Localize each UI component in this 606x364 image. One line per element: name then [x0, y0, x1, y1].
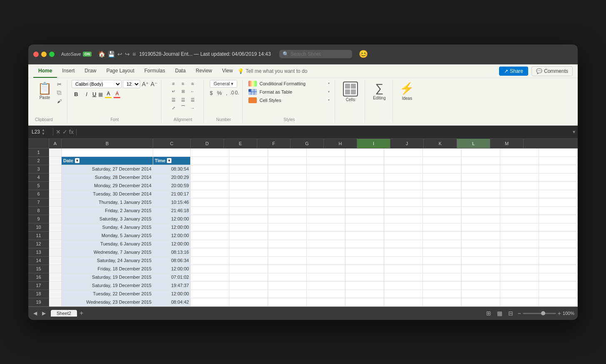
increase-font-button[interactable]: A⁺	[142, 80, 149, 88]
cell-b13[interactable]: Wednesday, 7 January 2015	[62, 248, 153, 256]
row-header-15[interactable]: 15	[28, 265, 49, 273]
cell-e12[interactable]	[229, 240, 268, 248]
ideas-button[interactable]: ⚡ Ideas	[397, 80, 417, 106]
format-as-table-button[interactable]: Format as Table ▾	[247, 88, 331, 96]
cell-i11[interactable]	[384, 232, 423, 240]
cell-g15[interactable]	[307, 265, 345, 273]
row-header-5[interactable]: 5	[28, 182, 49, 190]
tell-me-box[interactable]: 💡 Tell me what you want to do	[238, 68, 307, 74]
cell-m10[interactable]	[539, 223, 578, 231]
cell-m4[interactable]	[539, 173, 578, 181]
cell-g6[interactable]	[307, 190, 345, 198]
tab-draw[interactable]: Draw	[79, 64, 101, 78]
comma-button[interactable]: ,	[224, 89, 229, 97]
cell-f17[interactable]	[268, 282, 307, 290]
cell-b16[interactable]: Saturday, 19 December 2015	[62, 273, 153, 281]
cell-d9[interactable]	[191, 215, 229, 223]
cell-f5[interactable]	[268, 182, 307, 190]
cell-b5[interactable]: Monday, 29 December 2014	[62, 182, 153, 190]
tab-view[interactable]: View	[217, 64, 238, 78]
cell-m13[interactable]	[539, 248, 578, 256]
cell-b10[interactable]: Sunday, 4 January 2015	[62, 223, 153, 231]
cell-e13[interactable]	[229, 248, 268, 256]
wrap-text[interactable]: ↵	[169, 88, 178, 95]
row-header-1[interactable]: 1	[28, 149, 49, 157]
cell-a15[interactable]	[49, 265, 62, 273]
cell-a4[interactable]	[49, 173, 62, 181]
maximize-button[interactable]	[49, 52, 55, 57]
cell-e16[interactable]	[229, 273, 268, 281]
cell-d18[interactable]	[191, 290, 229, 298]
cell-l9[interactable]	[500, 215, 539, 223]
cell-g5[interactable]	[307, 182, 345, 190]
cell-b9[interactable]: Saturday, 3 January 2015	[62, 215, 153, 223]
col-header-f[interactable]: F	[257, 139, 291, 148]
cell-i7[interactable]	[384, 198, 423, 206]
cell-e3[interactable]	[229, 165, 268, 173]
cell-j5[interactable]	[423, 182, 462, 190]
cell-f18[interactable]	[268, 290, 307, 298]
cell-b12[interactable]: Tuesday, 6 January 2015	[62, 240, 153, 248]
align-top-center[interactable]: ≡	[179, 80, 188, 87]
cell-f14[interactable]	[268, 257, 307, 265]
cell-e14[interactable]	[229, 257, 268, 265]
col-header-c[interactable]: C	[153, 139, 191, 148]
row-header-18[interactable]: 18	[28, 290, 49, 298]
cell-b18[interactable]: Tuesday, 22 December 2015	[62, 290, 153, 298]
cell-b1[interactable]	[62, 149, 153, 156]
cell-ref-arrows[interactable]: ▲ ▼	[42, 128, 45, 136]
cell-reference[interactable]: L23 ▲ ▼	[28, 128, 53, 136]
cell-h9[interactable]	[345, 215, 384, 223]
font-size-select[interactable]: 12	[123, 80, 140, 88]
cell-g2[interactable]	[307, 157, 345, 165]
prev-sheet-button[interactable]: ◀	[32, 310, 39, 317]
cell-g7[interactable]	[307, 198, 345, 206]
redo-icon[interactable]: ↪	[125, 51, 130, 57]
cell-e17[interactable]	[229, 282, 268, 290]
tab-home[interactable]: Home	[33, 64, 57, 78]
cell-m17[interactable]	[539, 282, 578, 290]
cell-h2[interactable]	[345, 157, 384, 165]
cell-a19[interactable]	[49, 298, 62, 306]
cell-e4[interactable]	[229, 173, 268, 181]
cell-j8[interactable]	[423, 207, 462, 215]
home-icon[interactable]: 🏠	[98, 51, 105, 57]
cell-m7[interactable]	[539, 198, 578, 206]
cell-e10[interactable]	[229, 223, 268, 231]
cell-f13[interactable]	[268, 248, 307, 256]
cell-i2[interactable]	[384, 157, 423, 165]
cell-k15[interactable]	[462, 265, 500, 273]
cell-l1[interactable]	[500, 149, 539, 156]
cell-e18[interactable]	[229, 290, 268, 298]
tab-review[interactable]: Review	[191, 64, 217, 78]
tab-data[interactable]: Data	[170, 64, 191, 78]
number-format-more[interactable]: ⁀	[179, 104, 188, 112]
row-header-17[interactable]: 17	[28, 282, 49, 290]
cell-c10[interactable]: 12:00:00	[153, 223, 191, 231]
cell-e5[interactable]	[229, 182, 268, 190]
cell-f7[interactable]	[268, 198, 307, 206]
cell-d6[interactable]	[191, 190, 229, 198]
cell-c15[interactable]: 12:00:00	[153, 265, 191, 273]
align-top-left[interactable]: ≡	[169, 80, 178, 87]
cell-g4[interactable]	[307, 173, 345, 181]
cell-j3[interactable]	[423, 165, 462, 173]
row-header-16[interactable]: 16	[28, 273, 49, 282]
cell-c16[interactable]: 07:01:02	[153, 273, 191, 281]
col-header-b[interactable]: B	[62, 139, 153, 148]
minimize-button[interactable]	[41, 52, 47, 57]
cell-a18[interactable]	[49, 290, 62, 298]
cell-j2[interactable]	[423, 157, 462, 165]
cell-c13[interactable]: 08:13:16	[153, 248, 191, 256]
cell-b8[interactable]: Friday, 2 January 2015	[62, 207, 153, 215]
cell-k5[interactable]	[462, 182, 500, 190]
cell-g11[interactable]	[307, 232, 345, 240]
cell-c8[interactable]: 21:46:18	[153, 207, 191, 215]
row-header-10[interactable]: 10	[28, 223, 49, 232]
cell-e11[interactable]	[229, 232, 268, 240]
cell-k14[interactable]	[462, 257, 500, 265]
cell-j1[interactable]	[423, 149, 462, 156]
share-button[interactable]: ↗ Share	[499, 67, 528, 76]
cell-i12[interactable]	[384, 240, 423, 248]
cell-l4[interactable]	[500, 173, 539, 181]
